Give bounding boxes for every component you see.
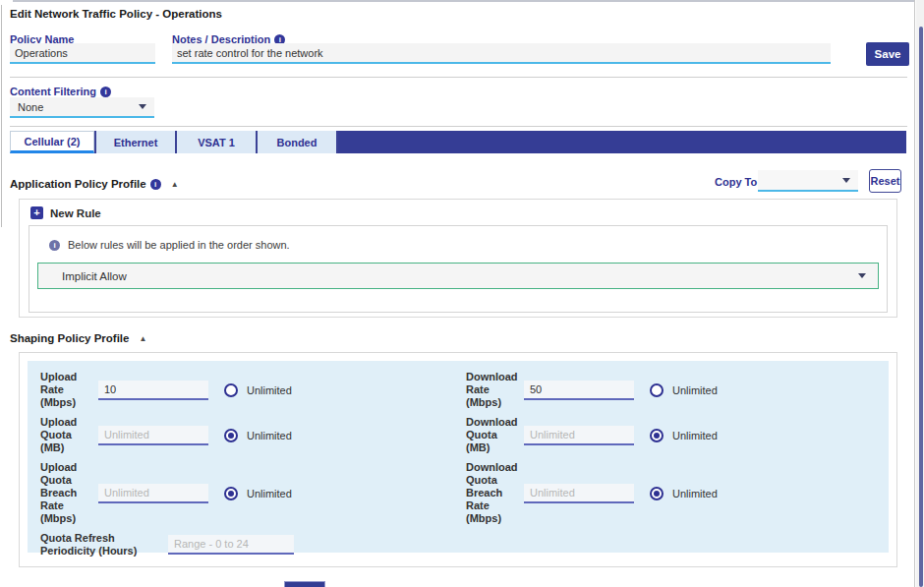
notes-description-input[interactable] bbox=[172, 43, 831, 64]
download-rate-input[interactable] bbox=[524, 381, 634, 400]
policy-name-input[interactable] bbox=[10, 43, 155, 64]
tab-vsat-1[interactable]: VSAT 1 bbox=[175, 131, 256, 153]
upload-rate-input[interactable] bbox=[98, 381, 208, 400]
download-quota-input[interactable] bbox=[524, 426, 634, 445]
unlimited-label: Unlimited bbox=[672, 488, 718, 499]
upload-quota-breach-row: Upload Quota Breach Rate (Mbps) Unlimite… bbox=[40, 461, 466, 525]
unlimited-label: Unlimited bbox=[247, 384, 292, 396]
unlimited-label: Unlimited bbox=[247, 430, 292, 441]
upload-quota-input[interactable] bbox=[98, 426, 208, 445]
rules-info-icon: i bbox=[49, 240, 60, 251]
content-filtering-select[interactable]: None bbox=[10, 97, 154, 118]
chevron-down-icon bbox=[139, 104, 146, 109]
upload-rate-row: Upload Rate (Mbps) Unlimited bbox=[40, 371, 466, 409]
upload-quota-breach-unlimited-radio[interactable] bbox=[224, 487, 238, 500]
panel-right-border bbox=[914, 0, 915, 587]
upload-quota-breach-input[interactable] bbox=[98, 484, 208, 503]
cropped-bottom-save-button[interactable] bbox=[284, 581, 325, 587]
quota-refresh-label: Quota Refresh Periodicity (Hours) bbox=[40, 532, 138, 558]
application-policy-profile-title: Application Policy Profilei▲ bbox=[10, 178, 179, 190]
edit-network-traffic-policy-page: Edit Network Traffic Policy - Operations… bbox=[0, 0, 924, 587]
page-title: Edit Network Traffic Policy - Operations bbox=[10, 8, 222, 20]
vertical-scrollbar-thumb[interactable] bbox=[919, 27, 923, 587]
unlimited-label: Unlimited bbox=[672, 430, 718, 441]
divider bbox=[10, 77, 907, 78]
copy-to-label: Copy To: bbox=[715, 176, 761, 188]
unlimited-label: Unlimited bbox=[247, 488, 292, 499]
divider bbox=[10, 126, 907, 127]
new-rule-label: New Rule bbox=[50, 207, 101, 219]
upload-quota-label: Upload Quota (MB) bbox=[40, 416, 96, 454]
download-quota-row: Download Quota (MB) Unlimited bbox=[466, 416, 889, 454]
quota-refresh-row: Quota Refresh Periodicity (Hours) bbox=[40, 532, 466, 558]
download-quota-breach-unlimited-radio[interactable] bbox=[650, 487, 664, 500]
reset-button[interactable]: Reset bbox=[869, 169, 901, 193]
download-quota-breach-label: Download Quota Breach Rate (Mbps) bbox=[466, 461, 522, 525]
collapse-section-icon[interactable]: ▲ bbox=[171, 180, 179, 189]
application-policy-container: + New Rule i Below rules will be applied… bbox=[19, 199, 897, 318]
top-border-fragment bbox=[13, 0, 914, 2]
chevron-down-icon bbox=[858, 273, 866, 278]
upload-column: Upload Rate (Mbps) Unlimited Upload Quot… bbox=[28, 371, 466, 564]
upload-rate-label: Upload Rate (Mbps) bbox=[40, 371, 96, 409]
quota-refresh-input[interactable] bbox=[168, 535, 294, 555]
shaping-policy-panel: Upload Rate (Mbps) Unlimited Upload Quot… bbox=[28, 361, 889, 553]
rules-info-row: i Below rules will be applied in the ord… bbox=[45, 239, 290, 251]
shaping-policy-container: Upload Rate (Mbps) Unlimited Upload Quot… bbox=[19, 352, 897, 567]
download-quota-breach-row: Download Quota Breach Rate (Mbps) Unlimi… bbox=[466, 461, 889, 525]
copy-to-select[interactable] bbox=[758, 170, 858, 192]
download-quota-unlimited-radio[interactable] bbox=[650, 429, 664, 442]
upload-quota-breach-label: Upload Quota Breach Rate (Mbps) bbox=[40, 461, 96, 525]
download-column: Download Rate (Mbps) Unlimited Download … bbox=[466, 371, 889, 564]
shaping-policy-profile-title: Shaping Policy Profile▲ bbox=[10, 332, 146, 344]
rules-info-text: Below rules will be applied in the order… bbox=[68, 239, 290, 251]
upload-quota-unlimited-radio[interactable] bbox=[224, 429, 238, 442]
save-button[interactable]: Save bbox=[866, 42, 909, 66]
download-rate-label: Download Rate (Mbps) bbox=[466, 371, 522, 409]
content-filtering-label: Content Filteringi bbox=[10, 86, 111, 97]
content-filtering-value: None bbox=[18, 101, 43, 113]
chevron-down-icon bbox=[842, 178, 850, 183]
rule-value: Implicit Allow bbox=[62, 270, 127, 282]
unlimited-label: Unlimited bbox=[672, 384, 718, 396]
tab-ethernet[interactable]: Ethernet bbox=[94, 131, 175, 153]
download-quota-breach-input[interactable] bbox=[524, 484, 634, 503]
left-border-fragment bbox=[1, 5, 2, 227]
tab-bonded[interactable]: Bonded bbox=[256, 131, 336, 153]
implicit-allow-rule-select[interactable]: Implicit Allow bbox=[37, 263, 879, 289]
rules-list-container: i Below rules will be applied in the ord… bbox=[29, 225, 888, 313]
application-policy-info-icon[interactable]: i bbox=[150, 179, 161, 190]
upload-quota-row: Upload Quota (MB) Unlimited bbox=[40, 416, 466, 454]
interface-tabs: Cellular (2) Ethernet VSAT 1 Bonded bbox=[10, 131, 906, 153]
upload-rate-unlimited-radio[interactable] bbox=[224, 383, 238, 397]
download-rate-unlimited-radio[interactable] bbox=[650, 383, 664, 397]
collapse-section-icon[interactable]: ▲ bbox=[139, 334, 146, 343]
plus-icon: + bbox=[30, 206, 43, 219]
tab-bar-filler bbox=[336, 131, 906, 153]
new-rule-button[interactable]: + New Rule bbox=[30, 206, 101, 219]
download-quota-label: Download Quota (MB) bbox=[466, 416, 522, 454]
download-rate-row: Download Rate (Mbps) Unlimited bbox=[466, 371, 889, 409]
content-filtering-info-icon[interactable]: i bbox=[100, 87, 111, 97]
tab-cellular[interactable]: Cellular (2) bbox=[10, 131, 94, 153]
